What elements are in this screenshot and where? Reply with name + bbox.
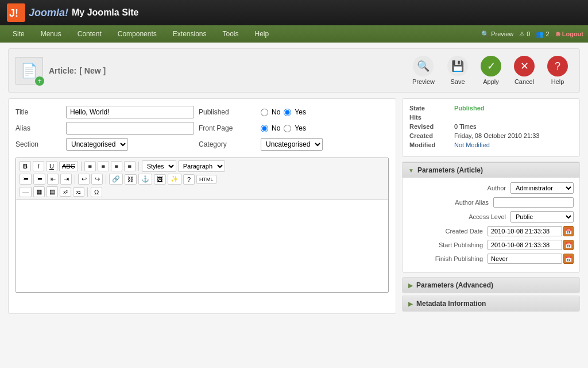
html-button[interactable]: HTML [196, 175, 216, 184]
bold-button[interactable]: B [20, 161, 31, 171]
joomla-logo: J! Joomla! My Joomla Site [7, 3, 139, 22]
apply-button[interactable]: ✓ Apply [476, 53, 506, 87]
title-input[interactable] [66, 106, 194, 118]
preview-button[interactable]: 🔍 Preview [408, 53, 439, 87]
frontpage-no-radio[interactable] [261, 125, 268, 132]
styles-select[interactable]: Styles [142, 160, 176, 172]
params-article-panel: ▼ Parameters (Article) Author Administra… [402, 162, 580, 273]
start-publishing-label: Start Publishing [425, 241, 483, 248]
alerts-count[interactable]: ⚠ 0 [519, 30, 530, 38]
created-row: Created Friday, 08 October 2010 21:33 [409, 132, 572, 139]
created-date-label: Created Date [425, 228, 483, 235]
frontpage-yes-radio[interactable] [284, 125, 291, 132]
editor-toolbar-row1: B I U ABC ≡ ≡ ≡ ≡ Styles [20, 160, 385, 172]
save-button[interactable]: 💾 Save [443, 53, 473, 87]
published-no-radio[interactable] [261, 109, 268, 116]
author-alias-input[interactable] [493, 197, 574, 208]
hr-button[interactable]: — [20, 187, 32, 197]
image-button[interactable]: 🖼 [154, 174, 166, 185]
published-yes-label: Yes [295, 108, 306, 116]
metadata-panel[interactable]: ▶ Metadata Information [402, 296, 580, 312]
nav-site[interactable]: Site [5, 25, 33, 43]
nav-components[interactable]: Components [110, 25, 165, 43]
ol-button[interactable]: ≔ [33, 174, 45, 185]
sep5 [87, 187, 88, 197]
published-no-label: No [272, 108, 280, 116]
align-center-button[interactable]: ≡ [98, 161, 109, 171]
site-name: My Joomla Site [72, 7, 138, 18]
sep1 [81, 162, 82, 171]
collapsed-triangle-metadata: ▶ [408, 301, 413, 307]
underline-button[interactable]: U [46, 161, 57, 171]
nav-content[interactable]: Content [69, 25, 110, 43]
finish-publishing-input[interactable] [488, 254, 562, 264]
revised-row: Revised 0 Times [409, 123, 572, 130]
params-advanced-panel[interactable]: ▶ Parameters (Advanced) [402, 277, 580, 293]
ul-button[interactable]: ≔ [20, 174, 32, 185]
category-select[interactable]: Uncategorised [261, 138, 323, 151]
sep4 [106, 175, 106, 184]
created-date-calendar-icon[interactable]: 📅 [563, 226, 574, 236]
cleanup-button[interactable]: ✨ [168, 174, 181, 185]
created-value: Friday, 08 October 2010 21:33 [454, 132, 539, 139]
paragraph-select[interactable]: Paragraph [178, 160, 225, 172]
omega-button[interactable]: Ω [91, 187, 102, 197]
start-publishing-calendar-icon[interactable]: 📅 [563, 240, 574, 250]
finish-publishing-row: Finish Publishing 📅 [408, 254, 574, 264]
indent-button[interactable]: ⇥ [60, 174, 72, 185]
unlink-button[interactable]: ⛓ [125, 174, 137, 185]
start-publishing-row: Start Publishing 📅 [408, 240, 574, 250]
created-date-row: Created Date 📅 [408, 226, 574, 236]
created-date-input[interactable] [488, 226, 562, 236]
save-label: Save [450, 78, 465, 85]
editor-help-button[interactable]: ? [183, 174, 195, 185]
editor-content[interactable] [16, 200, 388, 292]
cancel-label: Cancel [514, 78, 534, 85]
align-justify-button[interactable]: ≡ [124, 161, 136, 171]
toolbar: + Article: [ New ] 🔍 Preview 💾 Save ✓ Ap… [8, 48, 580, 93]
toolbar-buttons: 🔍 Preview 💾 Save ✓ Apply ✕ Cancel ? Help [408, 53, 572, 87]
params-article-header[interactable]: ▼ Parameters (Article) [403, 162, 579, 178]
align-left-button[interactable]: ≡ [84, 161, 96, 171]
frontpage-no-label: No [272, 124, 280, 132]
preview-link[interactable]: 🔍 Preview [481, 30, 513, 38]
access-level-select[interactable]: Public [510, 211, 574, 223]
strikethrough-button[interactable]: ABC [59, 161, 78, 171]
table-button[interactable]: ▦ [33, 186, 45, 197]
logout-link[interactable]: ⊗ Logout [555, 30, 583, 38]
navbar: Site Menus Content Components Extensions… [0, 25, 588, 43]
created-label: Created [409, 132, 450, 139]
redo-button[interactable]: ↪ [91, 174, 103, 185]
alias-input[interactable] [66, 122, 194, 135]
table2-button[interactable]: ▤ [47, 186, 58, 197]
align-right-button[interactable]: ≡ [111, 161, 122, 171]
author-label: Author [448, 185, 506, 191]
form-section: Title Published No Yes Alias Front Page … [8, 98, 396, 314]
state-label: State [409, 105, 450, 112]
frontpage-yes-label: Yes [295, 124, 306, 132]
subscript-button[interactable]: x₂ [73, 187, 84, 197]
nav-extensions[interactable]: Extensions [165, 25, 215, 43]
section-select[interactable]: Uncategorised [66, 138, 128, 151]
finish-publishing-calendar-icon[interactable]: 📅 [563, 254, 574, 264]
undo-button[interactable]: ↩ [78, 174, 90, 185]
cancel-button[interactable]: ✕ Cancel [509, 53, 539, 87]
superscript-button[interactable]: x² [60, 187, 71, 197]
outdent-button[interactable]: ⇤ [47, 174, 59, 185]
topbar: J! Joomla! My Joomla Site [0, 0, 588, 25]
finish-publishing-wrapper: 📅 [488, 254, 574, 264]
anchor-button[interactable]: ⚓ [138, 174, 152, 185]
author-select[interactable]: Administrator [510, 182, 574, 194]
apply-label: Apply [483, 78, 499, 85]
link-button[interactable]: 🔗 [109, 174, 123, 185]
joomla-wordmark: Joomla! [29, 7, 68, 19]
published-yes-radio[interactable] [284, 109, 291, 116]
italic-button[interactable]: I [33, 161, 44, 171]
nav-tools[interactable]: Tools [215, 25, 247, 43]
start-publishing-input[interactable] [488, 240, 562, 250]
page-title: Article: [ New ] [49, 64, 106, 76]
help-button[interactable]: ? Help [543, 53, 572, 87]
nav-menus[interactable]: Menus [33, 25, 69, 43]
nav-help[interactable]: Help [247, 25, 277, 43]
users-count[interactable]: 👥 2 [536, 30, 549, 38]
